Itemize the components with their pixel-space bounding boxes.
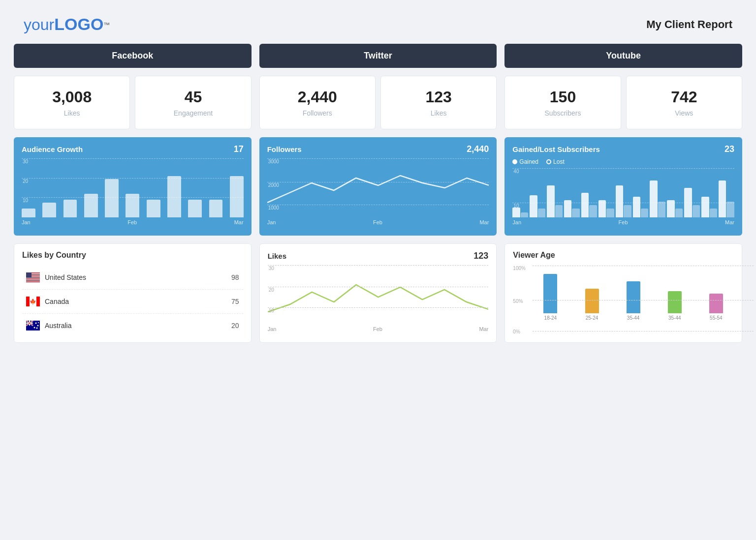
age-gridline-100 xyxy=(533,266,754,266)
gridline-10: 10 xyxy=(268,307,489,313)
au-flag-icon xyxy=(26,321,40,330)
country-list: United States 98 🍁 Canada 75 xyxy=(22,266,243,337)
gained-lost-title: Gained/Lost Subscribers xyxy=(512,145,600,153)
audience-growth-value: 17 xyxy=(234,144,244,154)
audience-growth-axis: Jan Feb Mar xyxy=(22,219,244,225)
svg-rect-13 xyxy=(26,281,40,282)
twitter-header: Twitter xyxy=(259,44,497,68)
twitter-likes-chart: Likes 123 30 20 10 Jan Feb Mar xyxy=(259,243,497,343)
twitter-likes-value: 123 xyxy=(389,88,488,106)
gained-lost-bars: 40 10 xyxy=(512,168,734,217)
viewer-age-area: 100% 50% 0% 18-2425-2435-4435-4455-54 xyxy=(513,266,734,334)
svg-point-31 xyxy=(38,322,39,323)
country-us-count: 98 xyxy=(231,273,239,281)
likes-by-country: Likes by Country xyxy=(14,243,252,343)
youtube-views-label: Views xyxy=(634,109,734,117)
logo-bold: LOGO xyxy=(54,15,103,33)
gridline-20: 20 xyxy=(268,287,489,293)
legend-lost: Lost xyxy=(546,158,565,165)
country-ca-count: 75 xyxy=(231,298,239,305)
gained-bars xyxy=(512,168,734,217)
axis-feb: Feb xyxy=(619,219,628,225)
country-us: United States 98 xyxy=(22,266,243,290)
country-au-count: 20 xyxy=(231,322,239,330)
youtube-header: Youtube xyxy=(504,44,742,68)
twitter-likes-label: Likes xyxy=(389,109,488,117)
twitter-likes-area: 30 20 10 xyxy=(268,265,489,324)
facebook-stats: 3,008 Likes 45 Engagement xyxy=(14,76,252,129)
axis-feb: Feb xyxy=(373,219,382,225)
gained-label: Gained xyxy=(519,158,538,165)
logo-tm: ™ xyxy=(103,21,110,29)
facebook-engagement-label: Engagement xyxy=(143,109,243,117)
gained-lost-header: Gained/Lost Subscribers 23 xyxy=(512,144,734,154)
youtube-subscribers-value: 150 xyxy=(513,88,612,106)
country-ca: 🍁 Canada 75 xyxy=(22,290,243,314)
age-bars-container: 18-2425-2435-4435-4455-54 xyxy=(533,266,734,330)
svg-rect-10 xyxy=(26,279,40,280)
gridline-2000: 2000 xyxy=(267,182,489,188)
twitter-likes-chart-title: Likes xyxy=(268,252,286,260)
twitter-followers-label: Followers xyxy=(268,109,367,117)
twitter-likes-header: Likes 123 xyxy=(268,251,489,261)
svg-rect-9 xyxy=(26,278,40,279)
lost-label: Lost xyxy=(553,158,565,165)
age-group: 35-44 xyxy=(657,291,693,321)
facebook-likes-value: 3,008 xyxy=(22,88,122,106)
facebook-likes-label: Likes xyxy=(22,109,122,117)
gained-lost-value: 23 xyxy=(724,144,734,154)
svg-rect-14 xyxy=(26,272,32,278)
page: yourLOGO™ My Client Report Facebook Twit… xyxy=(14,10,742,343)
age-y-100: 100% xyxy=(513,266,526,271)
stats-row: 3,008 Likes 45 Engagement 2,440 Follower… xyxy=(14,76,742,129)
axis-feb: Feb xyxy=(127,219,137,225)
ca-flag-icon: 🍁 xyxy=(26,297,40,306)
age-gridline-50 xyxy=(533,300,754,300)
youtube-subscribers-card: 150 Subscribers xyxy=(504,76,621,129)
axis-jan: Jan xyxy=(512,219,521,225)
country-au: Australia 20 xyxy=(22,314,243,337)
country-us-name: United States xyxy=(45,273,226,281)
us-flag-icon xyxy=(26,272,40,282)
gridline-30: 30 xyxy=(268,265,489,271)
gained-lost-chart: Gained/Lost Subscribers 23 Gained Lost 4… xyxy=(504,137,742,236)
axis-mar: Mar xyxy=(479,219,489,225)
svg-point-30 xyxy=(34,327,35,329)
followers-chart-area: 3000 2000 1000 xyxy=(267,158,489,217)
followers-chart-title: Followers xyxy=(267,145,302,153)
age-group: 18-24 xyxy=(533,274,568,321)
age-y-0: 0% xyxy=(513,329,520,334)
bars xyxy=(22,158,244,217)
followers-chart: Followers 2,440 3000 2000 1000 Jan Feb M… xyxy=(259,137,497,236)
age-gridline-0 xyxy=(533,331,754,331)
header: yourLOGO™ My Client Report xyxy=(14,10,742,44)
facebook-engagement-card: 45 Engagement xyxy=(135,76,251,129)
svg-point-28 xyxy=(37,325,39,327)
logo: yourLOGO™ xyxy=(24,15,110,34)
youtube-stats: 150 Subscribers 742 Views xyxy=(504,76,742,129)
facebook-header: Facebook xyxy=(14,44,252,68)
twitter-followers-card: 2,440 Followers xyxy=(259,76,376,129)
twitter-likes-card: 123 Likes xyxy=(380,76,497,129)
youtube-views-value: 742 xyxy=(634,88,734,106)
svg-rect-11 xyxy=(26,280,40,281)
svg-rect-8 xyxy=(26,278,40,279)
twitter-likes-axis: Jan Feb Mar xyxy=(268,326,489,332)
axis-jan: Jan xyxy=(22,219,31,225)
viewer-age-title: Viewer Age xyxy=(513,251,734,260)
svg-rect-16 xyxy=(26,297,30,306)
axis-jan: Jan xyxy=(267,219,276,225)
country-ca-name: Canada xyxy=(45,298,226,305)
gridline-3000: 3000 xyxy=(267,158,489,164)
svg-point-29 xyxy=(36,328,38,329)
likes-by-country-title: Likes by Country xyxy=(22,251,243,260)
axis-jan: Jan xyxy=(268,326,277,332)
chart-row-2: Likes by Country xyxy=(14,243,742,343)
gained-lost-legend: Gained Lost xyxy=(512,158,734,165)
followers-axis: Jan Feb Mar xyxy=(267,219,489,225)
age-y-50: 50% xyxy=(513,299,523,304)
svg-point-27 xyxy=(35,323,37,324)
audience-growth-chart: Audience Growth 17 30 20 10 Jan Feb Mar xyxy=(14,137,252,236)
axis-mar: Mar xyxy=(725,219,734,225)
logo-text: your xyxy=(24,16,54,33)
